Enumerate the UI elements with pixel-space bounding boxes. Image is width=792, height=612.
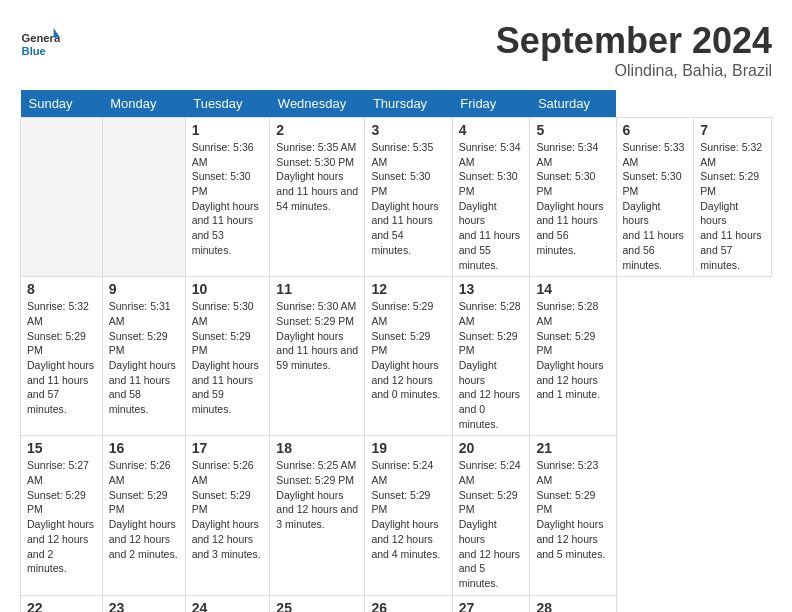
weekday-wednesday: Wednesday (270, 90, 365, 118)
day-number: 24 (192, 600, 264, 612)
calendar-cell: 28Sunrise: 5:18 AMSunset: 5:29 PMDayligh… (530, 595, 616, 612)
weekday-thursday: Thursday (365, 90, 452, 118)
cell-content: Sunrise: 5:32 AMSunset: 5:29 PMDaylight … (700, 140, 765, 272)
day-number: 7 (700, 122, 765, 138)
day-number: 9 (109, 281, 179, 297)
day-number: 20 (459, 440, 524, 456)
cell-content: Sunrise: 5:24 AMSunset: 5:29 PMDaylight … (371, 458, 445, 561)
calendar-cell: 16Sunrise: 5:26 AMSunset: 5:29 PMDayligh… (102, 436, 185, 595)
calendar-cell: 12Sunrise: 5:29 AMSunset: 5:29 PMDayligh… (365, 277, 452, 436)
day-number: 12 (371, 281, 445, 297)
day-number: 6 (623, 122, 688, 138)
weekday-tuesday: Tuesday (185, 90, 270, 118)
day-number: 3 (371, 122, 445, 138)
cell-content: Sunrise: 5:26 AMSunset: 5:29 PMDaylight … (192, 458, 264, 561)
cell-content: Sunrise: 5:30 AMSunset: 5:29 PMDaylight … (192, 299, 264, 417)
calendar-cell: 25Sunrise: 5:20 AMSunset: 5:29 PMDayligh… (270, 595, 365, 612)
calendar-cell: 26Sunrise: 5:20 AMSunset: 5:29 PMDayligh… (365, 595, 452, 612)
calendar-week-2: 8Sunrise: 5:32 AMSunset: 5:29 PMDaylight… (21, 277, 772, 436)
day-number: 19 (371, 440, 445, 456)
cell-content: Sunrise: 5:31 AMSunset: 5:29 PMDaylight … (109, 299, 179, 417)
cell-content: Sunrise: 5:23 AMSunset: 5:29 PMDaylight … (536, 458, 609, 561)
calendar-cell (21, 118, 103, 277)
calendar-body: 1Sunrise: 5:36 AMSunset: 5:30 PMDaylight… (21, 118, 772, 613)
day-number: 15 (27, 440, 96, 456)
calendar-cell: 18Sunrise: 5:25 AMSunset: 5:29 PMDayligh… (270, 436, 365, 595)
page-header: General Blue September 2024 Olindina, Ba… (20, 20, 772, 80)
cell-content: Sunrise: 5:30 AMSunset: 5:29 PMDaylight … (276, 299, 358, 372)
calendar-cell: 10Sunrise: 5:30 AMSunset: 5:29 PMDayligh… (185, 277, 270, 436)
calendar-cell: 8Sunrise: 5:32 AMSunset: 5:29 PMDaylight… (21, 277, 103, 436)
day-number: 22 (27, 600, 96, 612)
day-number: 4 (459, 122, 524, 138)
day-number: 17 (192, 440, 264, 456)
calendar-cell: 19Sunrise: 5:24 AMSunset: 5:29 PMDayligh… (365, 436, 452, 595)
logo-icon: General Blue (20, 20, 60, 60)
calendar-cell: 11Sunrise: 5:30 AMSunset: 5:29 PMDayligh… (270, 277, 365, 436)
logo: General Blue (20, 20, 60, 60)
day-number: 16 (109, 440, 179, 456)
weekday-saturday: Saturday (530, 90, 616, 118)
cell-content: Sunrise: 5:27 AMSunset: 5:29 PMDaylight … (27, 458, 96, 576)
day-number: 26 (371, 600, 445, 612)
location-title: Olindina, Bahia, Brazil (496, 62, 772, 80)
day-number: 23 (109, 600, 179, 612)
calendar-cell: 3Sunrise: 5:35 AMSunset: 5:30 PMDaylight… (365, 118, 452, 277)
month-title: September 2024 (496, 20, 772, 62)
calendar-week-1: 1Sunrise: 5:36 AMSunset: 5:30 PMDaylight… (21, 118, 772, 277)
calendar-cell: 15Sunrise: 5:27 AMSunset: 5:29 PMDayligh… (21, 436, 103, 595)
cell-content: Sunrise: 5:34 AMSunset: 5:30 PMDaylight … (459, 140, 524, 272)
calendar-cell: 21Sunrise: 5:23 AMSunset: 5:29 PMDayligh… (530, 436, 616, 595)
calendar-cell: 14Sunrise: 5:28 AMSunset: 5:29 PMDayligh… (530, 277, 616, 436)
day-number: 28 (536, 600, 609, 612)
svg-text:Blue: Blue (22, 45, 46, 57)
weekday-friday: Friday (452, 90, 530, 118)
day-number: 11 (276, 281, 358, 297)
day-number: 8 (27, 281, 96, 297)
day-number: 10 (192, 281, 264, 297)
cell-content: Sunrise: 5:28 AMSunset: 5:29 PMDaylight … (536, 299, 609, 402)
calendar-cell: 27Sunrise: 5:19 AMSunset: 5:29 PMDayligh… (452, 595, 530, 612)
calendar-cell: 9Sunrise: 5:31 AMSunset: 5:29 PMDaylight… (102, 277, 185, 436)
calendar-week-4: 22Sunrise: 5:22 AMSunset: 5:29 PMDayligh… (21, 595, 772, 612)
calendar-table: SundayMondayTuesdayWednesdayThursdayFrid… (20, 90, 772, 612)
cell-content: Sunrise: 5:28 AMSunset: 5:29 PMDaylight … (459, 299, 524, 431)
calendar-cell: 24Sunrise: 5:21 AMSunset: 5:29 PMDayligh… (185, 595, 270, 612)
cell-content: Sunrise: 5:25 AMSunset: 5:29 PMDaylight … (276, 458, 358, 531)
calendar-cell: 13Sunrise: 5:28 AMSunset: 5:29 PMDayligh… (452, 277, 530, 436)
calendar-cell: 2Sunrise: 5:35 AMSunset: 5:30 PMDaylight… (270, 118, 365, 277)
cell-content: Sunrise: 5:35 AMSunset: 5:30 PMDaylight … (276, 140, 358, 213)
calendar-cell: 22Sunrise: 5:22 AMSunset: 5:29 PMDayligh… (21, 595, 103, 612)
calendar-cell: 5Sunrise: 5:34 AMSunset: 5:30 PMDaylight… (530, 118, 616, 277)
calendar-cell: 4Sunrise: 5:34 AMSunset: 5:30 PMDaylight… (452, 118, 530, 277)
calendar-cell: 20Sunrise: 5:24 AMSunset: 5:29 PMDayligh… (452, 436, 530, 595)
day-number: 14 (536, 281, 609, 297)
cell-content: Sunrise: 5:35 AMSunset: 5:30 PMDaylight … (371, 140, 445, 258)
day-number: 2 (276, 122, 358, 138)
weekday-sunday: Sunday (21, 90, 103, 118)
cell-content: Sunrise: 5:26 AMSunset: 5:29 PMDaylight … (109, 458, 179, 561)
calendar-cell: 17Sunrise: 5:26 AMSunset: 5:29 PMDayligh… (185, 436, 270, 595)
day-number: 13 (459, 281, 524, 297)
cell-content: Sunrise: 5:36 AMSunset: 5:30 PMDaylight … (192, 140, 264, 258)
calendar-week-3: 15Sunrise: 5:27 AMSunset: 5:29 PMDayligh… (21, 436, 772, 595)
calendar-cell: 6Sunrise: 5:33 AMSunset: 5:30 PMDaylight… (616, 118, 694, 277)
cell-content: Sunrise: 5:33 AMSunset: 5:30 PMDaylight … (623, 140, 688, 272)
calendar-cell: 7Sunrise: 5:32 AMSunset: 5:29 PMDaylight… (694, 118, 772, 277)
calendar-cell: 23Sunrise: 5:22 AMSunset: 5:29 PMDayligh… (102, 595, 185, 612)
cell-content: Sunrise: 5:29 AMSunset: 5:29 PMDaylight … (371, 299, 445, 402)
calendar-cell (102, 118, 185, 277)
day-number: 25 (276, 600, 358, 612)
title-area: September 2024 Olindina, Bahia, Brazil (496, 20, 772, 80)
day-number: 27 (459, 600, 524, 612)
weekday-monday: Monday (102, 90, 185, 118)
cell-content: Sunrise: 5:24 AMSunset: 5:29 PMDaylight … (459, 458, 524, 590)
cell-content: Sunrise: 5:34 AMSunset: 5:30 PMDaylight … (536, 140, 609, 258)
weekday-header-row: SundayMondayTuesdayWednesdayThursdayFrid… (21, 90, 772, 118)
day-number: 1 (192, 122, 264, 138)
cell-content: Sunrise: 5:32 AMSunset: 5:29 PMDaylight … (27, 299, 96, 417)
day-number: 5 (536, 122, 609, 138)
calendar-cell: 1Sunrise: 5:36 AMSunset: 5:30 PMDaylight… (185, 118, 270, 277)
day-number: 18 (276, 440, 358, 456)
day-number: 21 (536, 440, 609, 456)
